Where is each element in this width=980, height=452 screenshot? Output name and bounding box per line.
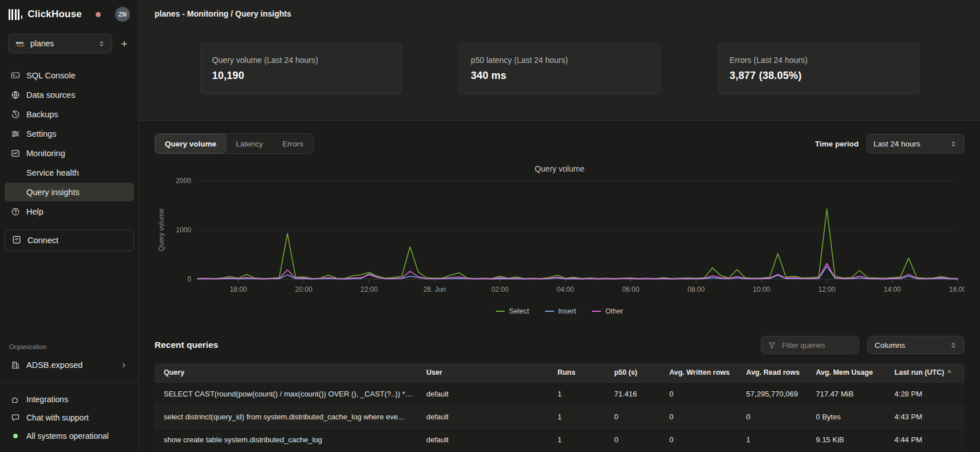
- sidebar-item-help[interactable]: Help: [5, 202, 134, 221]
- sidebar-item-backups[interactable]: Backups: [5, 105, 134, 124]
- organization-name: ADSB.exposed: [26, 360, 82, 370]
- chart-controls-row: Query volumeLatencyErrors Time period La…: [155, 133, 965, 154]
- aws-icon: aws: [15, 39, 26, 48]
- sidebar-item-sql-console[interactable]: SQL Console: [5, 66, 134, 85]
- time-period-select[interactable]: Last 24 hours: [866, 134, 965, 153]
- organization-switcher[interactable]: ADSB.exposed: [5, 355, 134, 375]
- query-cell: 9.15 KiB: [809, 428, 887, 451]
- svg-text:10:00: 10:00: [753, 286, 770, 294]
- query-cell: 0: [740, 405, 809, 428]
- chevron-updown-icon: [950, 342, 957, 349]
- sidebar-item-label: Query insights: [26, 188, 80, 197]
- column-header-avg-written-rows[interactable]: Avg. Written rows: [662, 363, 739, 382]
- monitoring-icon: [11, 149, 20, 158]
- connect-label: Connect: [27, 236, 58, 245]
- legend-swatch: [592, 311, 601, 312]
- integrations-icon: [11, 395, 20, 404]
- recent-queries-header: Recent queries Columns: [155, 336, 965, 354]
- workspace-selector[interactable]: aws planes: [8, 34, 112, 53]
- sidebar-footer-all-systems-operational[interactable]: All systems operational: [5, 427, 134, 445]
- sidebar-item-label: Help: [26, 207, 44, 216]
- legend-label: Insert: [558, 307, 576, 315]
- organization-section-label: Organization: [0, 343, 139, 350]
- chevron-updown-icon: [950, 140, 957, 148]
- sidebar-item-label: Data sources: [26, 90, 75, 100]
- query-cell: SELECT CAST(round(pow(count() / max(coun…: [155, 382, 420, 405]
- funnel-icon: [768, 341, 776, 350]
- query-row[interactable]: select distrinct(query_id) from system.d…: [155, 405, 965, 428]
- sidebar-footer-label: Integrations: [26, 395, 68, 404]
- query-cell: 1: [740, 428, 809, 451]
- chevron-right-icon: [120, 362, 128, 369]
- query-row[interactable]: show create table system.distributed_cac…: [155, 428, 965, 451]
- query-cell: select distrinct(query_id) from system.d…: [155, 405, 420, 428]
- svg-text:20:00: 20:00: [295, 286, 313, 294]
- sidebar-footer-integrations[interactable]: Integrations: [5, 390, 134, 408]
- sidebar-footer-chat-with-support[interactable]: Chat with support: [5, 409, 134, 426]
- workspace-row: aws planes +: [0, 29, 139, 53]
- sidebar-item-label: SQL Console: [26, 71, 76, 80]
- backups-icon: [11, 110, 20, 119]
- clickhouse-logo-icon: [9, 9, 22, 20]
- sort-asc-icon: ^: [947, 369, 951, 376]
- filter-queries-input[interactable]: [781, 340, 852, 350]
- connect-icon: [12, 235, 21, 246]
- legend-item-insert[interactable]: Insert: [545, 307, 576, 315]
- column-header-runs[interactable]: Runs: [551, 363, 607, 382]
- chevron-updown-icon: [950, 342, 957, 349]
- funnel-icon: [768, 341, 776, 350]
- stat-value: 340 ms: [471, 70, 649, 82]
- column-header-avg-mem-usage[interactable]: Avg. Mem Usage: [809, 363, 887, 382]
- stats-band: Query volume (Last 24 hours) 10,190 p50 …: [139, 27, 980, 121]
- tab-latency[interactable]: Latency: [226, 134, 272, 153]
- data-sources-icon: [11, 90, 20, 100]
- sidebar-item-query-insights[interactable]: Query insights: [5, 183, 134, 201]
- settings-icon: [11, 129, 20, 138]
- svg-text:16:00: 16:00: [949, 286, 965, 294]
- content: Query volumeLatencyErrors Time period La…: [139, 121, 980, 452]
- column-header-user[interactable]: User: [420, 363, 551, 382]
- column-header-last-run-utc-[interactable]: Last run (UTC)^: [888, 363, 965, 382]
- query-cell: 57,295,770,069: [740, 382, 809, 405]
- time-period-value: Last 24 hours: [874, 140, 920, 148]
- columns-select[interactable]: Columns: [867, 336, 965, 354]
- svg-text:18:00: 18:00: [230, 286, 247, 294]
- recent-queries-table: QueryUserRunsp50 (s)Avg. Written rowsAvg…: [155, 363, 965, 451]
- tab-query-volume[interactable]: Query volume: [155, 134, 226, 153]
- svg-text:06:00: 06:00: [622, 286, 639, 294]
- query-cell: 1: [551, 428, 607, 451]
- stat-label: p50 latency (Last 24 hours): [471, 55, 649, 65]
- legend-swatch: [496, 311, 505, 312]
- connect-button[interactable]: Connect: [5, 229, 134, 251]
- avatar[interactable]: ZN: [115, 7, 130, 22]
- query-cell: 71.416: [607, 382, 662, 405]
- sidebar-item-service-health[interactable]: Service health: [5, 163, 134, 182]
- legend-label: Other: [605, 307, 623, 315]
- legend-item-other[interactable]: Other: [592, 307, 623, 315]
- chat-icon: [11, 413, 20, 422]
- add-service-button[interactable]: +: [118, 38, 131, 49]
- breadcrumb: planes - Monitoring / Query insights: [155, 9, 291, 18]
- legend-item-select[interactable]: Select: [496, 307, 529, 315]
- column-header-avg-read-rows[interactable]: Avg. Read rows: [740, 363, 809, 382]
- sidebar-item-data-sources[interactable]: Data sources: [5, 85, 134, 104]
- chart-title: Query volume: [155, 164, 965, 173]
- sidebar-divider: [0, 382, 139, 383]
- stat-card-errors: Errors (Last 24 hours) 3,877 (38.05%): [718, 43, 919, 94]
- sidebar-item-label: Settings: [26, 129, 56, 138]
- recent-queries-title: Recent queries: [155, 340, 218, 350]
- app-root: ClickHouse ZN aws planes + SQL ConsoleDa…: [0, 0, 980, 452]
- tab-errors[interactable]: Errors: [272, 134, 313, 153]
- stat-value: 3,877 (38.05%): [730, 70, 907, 82]
- chart-legend: SelectInsertOther: [155, 307, 965, 315]
- query-row[interactable]: SELECT CAST(round(pow(count() / max(coun…: [155, 382, 965, 405]
- query-cell: 1: [551, 405, 607, 428]
- sidebar-item-label: Service health: [26, 168, 79, 177]
- help-icon: [11, 207, 20, 216]
- sidebar-item-monitoring[interactable]: Monitoring: [5, 144, 134, 162]
- column-header-query[interactable]: Query: [155, 363, 420, 382]
- column-header-p50-s-[interactable]: p50 (s): [607, 363, 662, 382]
- query-cell: 0: [662, 382, 739, 405]
- status-ok-dot: [13, 434, 18, 438]
- sidebar-item-settings[interactable]: Settings: [5, 124, 134, 143]
